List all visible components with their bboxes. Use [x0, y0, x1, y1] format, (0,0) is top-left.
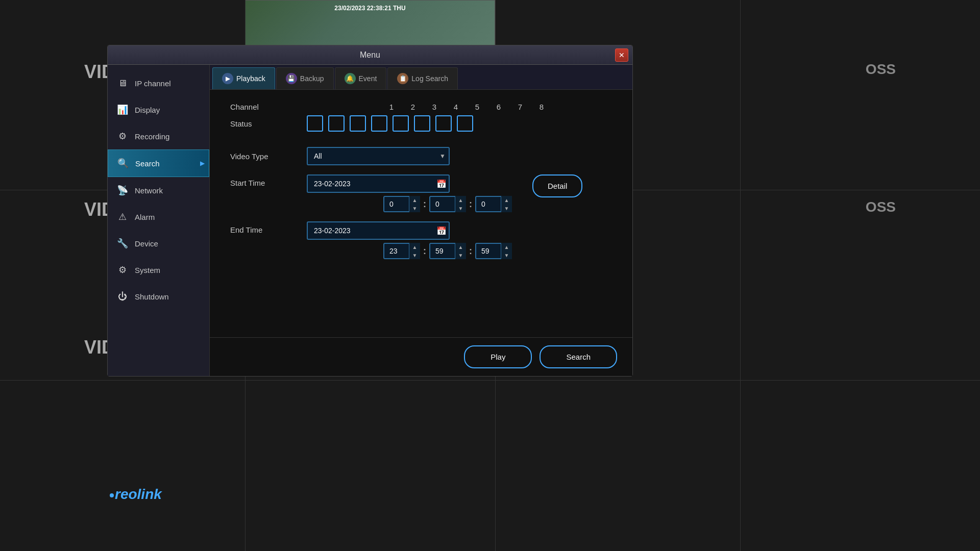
video-type-select-wrapper: All Motion Alarm Manual ▼: [307, 147, 450, 165]
sidebar-item-network[interactable]: 📡 Network: [108, 177, 209, 204]
end-hour-up[interactable]: ▲: [409, 243, 420, 251]
timestamp: 23/02/2023 22:38:21 THU: [334, 5, 405, 12]
tab-event-label: Event: [359, 74, 377, 83]
bottom-bar: Play Search: [210, 337, 632, 376]
sidebar-item-system[interactable]: ⚙ System: [108, 257, 209, 283]
sidebar-label-shutdown: Shutdown: [135, 292, 169, 301]
event-tab-icon: 🔔: [345, 73, 356, 84]
recording-icon: ⚙: [115, 129, 130, 143]
sidebar-item-shutdown[interactable]: ⏻ Shutdown: [108, 283, 209, 310]
tab-logsearch[interactable]: 📋 Log Search: [387, 67, 458, 89]
modal-title: Menu: [360, 51, 380, 60]
start-min-arrows: ▲ ▼: [455, 196, 466, 212]
tab-playback-label: Playback: [236, 74, 265, 83]
start-sec-down[interactable]: ▼: [501, 204, 512, 212]
channel-cb-8[interactable]: [457, 115, 473, 132]
channel-cb-3[interactable]: [350, 115, 366, 132]
start-calendar-icon[interactable]: 📅: [436, 179, 447, 189]
start-min-down[interactable]: ▼: [455, 204, 466, 212]
start-hour-down[interactable]: ▼: [409, 204, 420, 212]
sidebar-label-network: Network: [135, 186, 163, 195]
channel-numbers-row: Channel 1 2 3 4 5 6 7 8: [230, 103, 612, 111]
sidebar-label-device: Device: [135, 239, 158, 248]
channel-cb-2[interactable]: [328, 115, 345, 132]
video-type-label: Video Type: [230, 152, 297, 161]
end-sec-up[interactable]: ▲: [501, 243, 512, 251]
channel-cb-5[interactable]: [393, 115, 409, 132]
sidebar-label-alarm: Alarm: [135, 213, 155, 221]
search-button[interactable]: Search: [540, 345, 617, 368]
oss-label-2: OSS: [866, 199, 896, 215]
channel-numbers: 1 2 3 4 5 6 7 8: [383, 103, 550, 111]
channel-cb-1[interactable]: [307, 115, 323, 132]
tab-bar: ▶ Playback 💾 Backup 🔔 Event 📋 Log Search: [210, 65, 632, 90]
sidebar-label-display: Display: [135, 106, 160, 114]
end-calendar-icon[interactable]: 📅: [436, 226, 447, 236]
camera-feed: 23/02/2023 22:38:21 THU: [245, 0, 495, 46]
start-sec-up[interactable]: ▲: [501, 196, 512, 204]
oss-label-1: OSS: [866, 61, 896, 78]
start-hour-spinner: ▲ ▼: [383, 196, 420, 212]
tab-playback[interactable]: ▶ Playback: [212, 67, 275, 89]
end-min-spinner: ▲ ▼: [429, 243, 466, 259]
modal-titlebar: Menu ✕: [108, 45, 632, 65]
channel-cb-4[interactable]: [371, 115, 387, 132]
channel-checkboxes: [307, 115, 473, 132]
time-sep-4: :: [469, 246, 472, 257]
end-hour-down[interactable]: ▼: [409, 251, 420, 259]
tab-backup-label: Backup: [300, 74, 324, 83]
logsearch-tab-icon: 📋: [397, 73, 408, 84]
start-sec-arrows: ▲ ▼: [501, 196, 512, 212]
video-type-row: Video Type All Motion Alarm Manual ▼: [230, 147, 612, 165]
channel-cb-6[interactable]: [414, 115, 430, 132]
start-min-up[interactable]: ▲: [455, 196, 466, 204]
start-time-spinners: ▲ ▼ : ▲ ▼: [383, 196, 512, 212]
play-button[interactable]: Play: [464, 345, 532, 368]
ch1: 1: [383, 103, 400, 111]
channel-status-row: Status: [230, 115, 612, 132]
modal-dialog: Menu ✕ 🖥 IP channel 📊 Display ⚙ Recordin…: [107, 45, 633, 377]
ch5: 5: [469, 103, 485, 111]
arrow-icon: ▶: [200, 160, 205, 167]
sidebar-item-ip-channel[interactable]: 🖥 IP channel: [108, 70, 209, 96]
end-date-input[interactable]: [307, 221, 450, 240]
tab-logsearch-label: Log Search: [411, 74, 448, 83]
end-time-row: End Time 📅 ▲ ▼: [230, 221, 612, 259]
channel-cb-7[interactable]: [435, 115, 452, 132]
ch2: 2: [405, 103, 421, 111]
video-type-select[interactable]: All Motion Alarm Manual: [307, 147, 450, 165]
ch4: 4: [448, 103, 464, 111]
reolink-logo: reolink: [110, 486, 162, 503]
sidebar-item-recording[interactable]: ⚙ Recording: [108, 123, 209, 149]
search-icon: 🔍: [116, 156, 130, 170]
end-min-arrows: ▲ ▼: [455, 243, 466, 259]
modal-body: 🖥 IP channel 📊 Display ⚙ Recording 🔍 Sea…: [108, 65, 632, 376]
sidebar-item-alarm[interactable]: ⚠ Alarm: [108, 204, 209, 230]
start-date-wrapper: 📅: [307, 174, 450, 193]
sidebar-item-display[interactable]: 📊 Display: [108, 96, 209, 123]
tab-event[interactable]: 🔔 Event: [335, 67, 387, 89]
end-hour-spinner: ▲ ▼: [383, 243, 420, 259]
sidebar-label-recording: Recording: [135, 132, 169, 141]
start-time-label: Start Time: [230, 174, 297, 187]
start-date-input[interactable]: [307, 174, 450, 193]
start-sec-spinner: ▲ ▼: [475, 196, 512, 212]
grid-h2: [0, 380, 980, 381]
start-hour-up[interactable]: ▲: [409, 196, 420, 204]
ch3: 3: [426, 103, 443, 111]
detail-button[interactable]: Detail: [532, 174, 582, 197]
sidebar-label-search: Search: [135, 159, 160, 168]
content-area: ▶ Playback 💾 Backup 🔔 Event 📋 Log Search: [210, 65, 632, 376]
tab-backup[interactable]: 💾 Backup: [276, 67, 334, 89]
end-min-down[interactable]: ▼: [455, 251, 466, 259]
main-form: Channel 1 2 3 4 5 6 7 8 Stat: [210, 90, 632, 337]
end-min-up[interactable]: ▲: [455, 243, 466, 251]
grid-v3: [740, 0, 741, 551]
system-icon: ⚙: [115, 263, 130, 277]
end-hour-arrows: ▲ ▼: [409, 243, 420, 259]
close-button[interactable]: ✕: [615, 48, 628, 62]
sidebar-item-search[interactable]: 🔍 Search ▶: [108, 149, 209, 177]
sidebar-item-device[interactable]: 🔧 Device: [108, 230, 209, 257]
end-sec-down[interactable]: ▼: [501, 251, 512, 259]
alarm-icon: ⚠: [115, 210, 130, 224]
